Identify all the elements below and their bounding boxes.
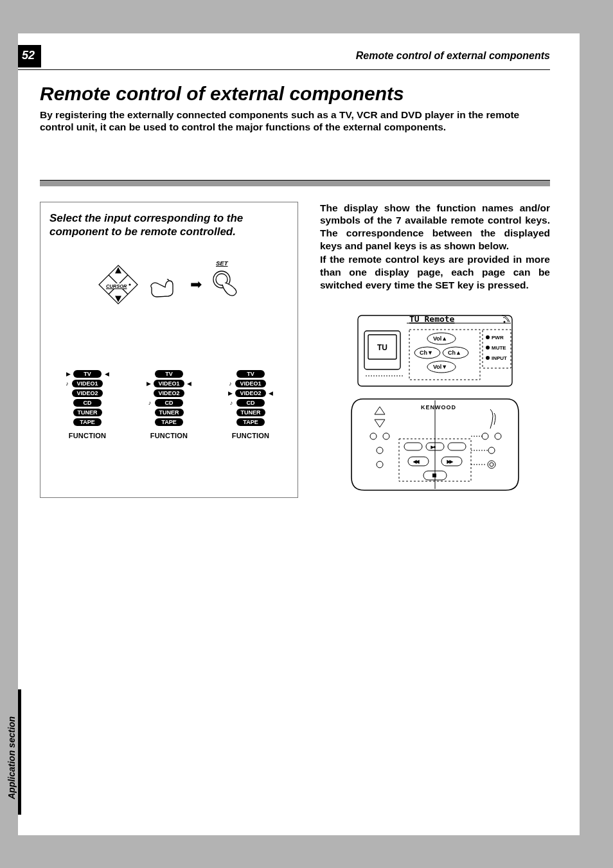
brand-text: KENWOOD [421,404,456,411]
svg-point-42 [490,463,493,466]
svg-rect-53 [432,474,436,477]
function-selection-row: ▶TV◀♪VIDEO1VIDEO2CDTUNERTAPEFUNCTIONTV▶V… [49,369,289,439]
svg-rect-47 [448,443,466,450]
page-number-text: 52 [22,49,35,62]
input-option-pill: CD [236,399,265,407]
paragraph-2: If the remote control keys are provided … [320,253,550,291]
display-title-text: TU Remote [409,314,455,324]
cursor-label: CURSOR [105,283,128,289]
input-option-row: ♪CD [147,398,191,407]
section-tab-bar [18,689,21,815]
input-option-row: TAPE [147,418,191,427]
input-option-row: TUNER [65,408,111,417]
remote-illustration: TU TU Remote [320,312,550,498]
svg-point-26 [486,346,490,350]
svg-text:MUTE: MUTE [492,345,506,351]
svg-point-13 [504,321,506,323]
input-option-pill: TUNER [73,409,102,416]
input-option-pill: TUNER [155,409,184,416]
input-option-row: ▶VIDEO1◀ [145,379,192,388]
function-column: ▶TV◀♪VIDEO1VIDEO2CDTUNERTAPEFUNCTION [52,369,123,439]
input-option-pill: TV [73,370,102,378]
input-option-row: TAPE [228,418,273,427]
page-title: Remote control of external components [40,83,550,105]
svg-point-38 [482,433,488,439]
page-number: 52 [18,45,41,67]
input-option-pill: CD [155,399,183,407]
svg-point-34 [370,433,377,439]
function-caption: FUNCTION [69,432,106,439]
input-option-row: TV [228,369,273,378]
selector-right-icon: ◀ [103,371,110,377]
input-option-pill: VIDEO2 [235,389,265,397]
input-option-pill: TV [236,370,265,378]
input-option-pill: TAPE [155,418,183,426]
input-option-pill: CD [73,399,102,407]
input-option-row: ▶VIDEO2◀ [227,389,274,398]
selector-left-icon: ♪ [147,400,153,406]
intro-paragraph: By registering the externally connected … [40,109,550,134]
input-option-pill: TV [155,370,183,378]
set-button-icon: SET [211,269,240,301]
set-label: SET [216,260,227,267]
selector-left-icon: ♪ [228,400,235,406]
input-option-pill: TAPE [73,418,102,426]
svg-text:INPUT: INPUT [492,355,507,361]
display-source-text: TU [377,343,387,352]
input-option-pill: TUNER [236,409,265,416]
page: 52 Remote control of external components… [18,33,580,835]
svg-marker-4 [116,296,121,301]
svg-marker-33 [375,420,385,427]
svg-text:Ch▼: Ch▼ [420,350,433,356]
selector-left-icon: ▶ [227,390,233,396]
input-option-row: VIDEO2 [145,389,192,398]
input-option-row: VIDEO2 [64,389,111,398]
input-option-row: TUNER [147,408,192,417]
input-option-pill: VIDEO1 [154,380,184,387]
page-header: 52 Remote control of external components [18,33,580,66]
input-option-row: TUNER [228,408,274,417]
selector-left-icon: ♪ [227,380,233,387]
hand-press-icon [148,272,181,297]
input-option-row: ▶TV◀ [65,369,110,378]
svg-point-36 [377,447,383,454]
svg-text:Ch▲: Ch▲ [448,350,461,356]
svg-point-40 [488,447,495,454]
svg-point-41 [488,461,495,468]
selector-left-icon: ▶ [145,380,152,387]
svg-text:▸▪: ▸▪ [431,445,436,449]
paragraph-1: The display show the function names and/… [320,202,550,252]
input-option-pill: VIDEO2 [72,389,102,397]
function-caption: FUNCTION [232,432,269,439]
input-option-pill: VIDEO1 [235,380,265,387]
svg-point-37 [377,461,383,468]
svg-point-35 [383,433,389,439]
input-option-row: CD [65,398,110,407]
function-column: TV▶VIDEO1◀VIDEO2♪CDTUNERTAPEFUNCTION [134,369,204,439]
running-head: Remote control of external components [356,50,550,62]
selector-right-icon: ◀ [268,390,274,396]
two-column-layout: Select the input corresponding to the co… [40,202,550,499]
function-column: TV♪VIDEO1▶VIDEO2◀♪CDTUNERTAPEFUNCTION [215,369,286,439]
content: Remote control of external components By… [18,70,580,498]
svg-text:PWR: PWR [492,335,504,341]
selector-right-icon: ◀ [186,380,193,387]
input-option-row: ♪VIDEO1 [227,379,274,388]
svg-text:▸▸: ▸▸ [447,459,453,465]
input-option-row: ♪VIDEO1 [64,379,111,388]
arrow-right-icon: ➡ [190,278,202,292]
svg-text:Vol▲: Vol▲ [433,335,447,342]
svg-point-24 [486,335,490,339]
input-option-row: TV [147,369,191,378]
input-option-pill: VIDEO1 [72,380,102,387]
svg-text:◂◂: ◂◂ [413,459,420,465]
svg-point-6 [129,284,130,285]
instruction-box: Select the input corresponding to the co… [40,202,298,499]
input-option-pill: TAPE [236,418,265,426]
instruction-heading: Select the input corresponding to the co… [49,211,289,239]
cursor-set-diagram: CURSOR ➡ SET [49,264,289,305]
input-option-pill: VIDEO2 [154,389,184,397]
explanation-column: The display show the function names and/… [320,202,550,499]
selector-left-icon: ▶ [65,371,71,377]
svg-point-28 [486,356,490,360]
